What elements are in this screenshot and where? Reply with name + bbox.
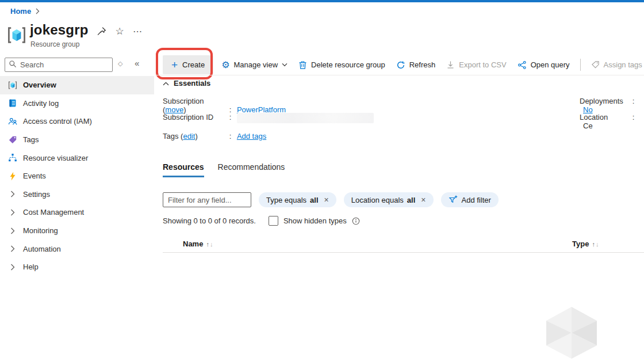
sort-ascending-icon: ↑: [206, 241, 209, 248]
sidebar-item-activity-log[interactable]: Activity log: [0, 94, 154, 113]
refresh-label: Refresh: [409, 60, 436, 69]
sidebar-item-resource-visualizer[interactable]: Resource visualizer: [0, 149, 154, 167]
tab-recommendations[interactable]: Recommendations: [218, 162, 285, 177]
subscription-id-label: Subscription ID: [163, 113, 227, 121]
essentials-location-row: Location : Ce: [580, 113, 644, 130]
chevron-right-icon: [8, 208, 17, 217]
breadcrumb: Home: [10, 7, 40, 16]
tab-bar: Resources Recommendations: [163, 162, 285, 177]
records-summary-row: Showing 0 to 0 of 0 records. Show hidden…: [163, 216, 360, 226]
sidebar-search-input[interactable]: [20, 60, 101, 69]
sort-descending-icon: ↓: [596, 241, 599, 248]
filter-pill-location[interactable]: Location equals all ×: [344, 192, 434, 207]
query-branch-icon: [518, 60, 527, 70]
breadcrumb-home-link[interactable]: Home: [10, 7, 31, 16]
sort-ascending-icon: ↑: [592, 241, 595, 248]
column-label: Type: [572, 240, 589, 248]
location-label: Location: [580, 113, 630, 121]
subscription-id-redacted-value: [237, 113, 374, 123]
sidebar-item-help[interactable]: Help: [0, 258, 154, 276]
filter-pill-type[interactable]: Type equals all ×: [259, 192, 336, 207]
add-tags-link[interactable]: Add tags: [237, 132, 266, 140]
sidebar-item-events[interactable]: Events: [0, 167, 154, 185]
pin-icon[interactable]: [95, 25, 107, 37]
command-bar: + Create ⚙ Manage view Delete resource g…: [163, 55, 644, 74]
sidebar-item-access-control[interactable]: Access control (IAM): [0, 112, 154, 131]
resize-handle-icon[interactable]: ◇: [118, 60, 122, 67]
chevron-right-icon: [8, 263, 17, 272]
essentials-subscription-row: Subscription (move) : PowerPlatform: [163, 97, 286, 114]
table-header-divider: [163, 252, 644, 253]
more-options-icon[interactable]: ⋯: [132, 25, 143, 37]
filter-pill-text: Type equals: [266, 196, 306, 204]
search-icon: [9, 60, 17, 70]
essentials-subscription-id-row: Subscription ID :: [163, 113, 374, 123]
filter-field-input[interactable]: [163, 192, 251, 207]
column-label: Name: [183, 240, 203, 248]
gear-icon: ⚙: [221, 60, 229, 70]
sidebar-item-label: Events: [23, 172, 46, 180]
favorite-star-icon[interactable]: ☆: [114, 25, 125, 37]
sidebar-item-label: Settings: [23, 190, 50, 199]
sidebar-item-settings[interactable]: Settings: [0, 185, 154, 204]
sidebar-search-box[interactable]: [5, 58, 113, 72]
assign-tags-label: Assign tags: [604, 60, 642, 69]
azure-portal-page: Home jokesgrp Resource group ☆ ⋯ ◇ «: [0, 0, 644, 361]
deployments-label: Deployments: [580, 97, 630, 105]
toolbar-divider-line: [155, 75, 644, 75]
manage-view-label: Manage view: [233, 60, 278, 69]
open-query-button[interactable]: Open query: [515, 55, 573, 74]
export-to-csv-button[interactable]: Export to CSV: [443, 55, 509, 74]
sidebar-item-label: Automation: [23, 245, 61, 253]
sidebar-item-label: Monitoring: [23, 226, 58, 235]
toolbar-divider: [580, 59, 581, 71]
refresh-icon: [396, 60, 405, 70]
visualizer-icon: [8, 153, 17, 162]
add-filter-label: Add filter: [462, 196, 491, 204]
sidebar-item-overview[interactable]: Overview: [0, 76, 154, 94]
tag-icon: [8, 135, 17, 145]
trash-icon: [298, 60, 307, 70]
sidebar-item-label: Resource visualizer: [23, 154, 88, 162]
show-hidden-types-label: Show hidden types: [283, 216, 347, 225]
essentials-toggle[interactable]: Essentials: [163, 79, 210, 88]
location-value: Ce: [583, 121, 593, 130]
column-header-type[interactable]: Type ↑ ↓: [572, 240, 599, 248]
chevron-down-icon: [282, 63, 288, 67]
sidebar-item-label: Tags: [23, 135, 39, 144]
plus-icon: +: [171, 59, 178, 70]
add-filter-button[interactable]: Add filter: [441, 192, 499, 207]
create-button[interactable]: + Create: [163, 55, 213, 74]
sidebar-item-cost-management[interactable]: Cost Management: [0, 203, 154, 222]
tags-label: Tags (: [163, 132, 183, 140]
assign-tags-button[interactable]: Assign tags: [588, 55, 644, 74]
sidebar-item-monitoring[interactable]: Monitoring: [0, 222, 154, 240]
close-icon[interactable]: ×: [324, 195, 329, 204]
column-header-name[interactable]: Name ↑ ↓: [183, 240, 213, 248]
create-label: Create: [182, 60, 205, 69]
sidebar-item-label: Help: [23, 263, 39, 271]
manage-view-button[interactable]: ⚙ Manage view: [218, 55, 290, 74]
essentials-deployments-row: Deployments : No: [580, 97, 644, 114]
close-icon[interactable]: ×: [421, 195, 425, 204]
filter-pill-value: all: [310, 196, 318, 204]
sidebar-item-tags[interactable]: Tags: [0, 131, 154, 149]
chevron-right-icon: [8, 226, 17, 235]
top-accent-bar: [0, 0, 644, 2]
sidebar-item-automation[interactable]: Automation: [0, 240, 154, 258]
essentials-label: Essentials: [174, 79, 210, 88]
empty-state-cube-watermark: [546, 306, 597, 359]
page-title: jokesgrp: [30, 22, 89, 38]
export-csv-label: Export to CSV: [459, 60, 506, 69]
show-hidden-types-checkbox[interactable]: [269, 216, 278, 226]
breadcrumb-chevron-icon: [36, 8, 40, 14]
info-icon[interactable]: [352, 217, 360, 225]
tab-resources[interactable]: Resources: [163, 162, 204, 177]
collapse-sidebar-icon[interactable]: «: [135, 58, 139, 68]
tags-edit-link[interactable]: edit: [183, 132, 195, 140]
records-summary: Showing 0 to 0 of 0 records.: [163, 216, 256, 225]
refresh-button[interactable]: Refresh: [393, 55, 439, 74]
delete-resource-group-button[interactable]: Delete resource group: [296, 55, 388, 74]
people-icon: [8, 117, 17, 126]
activity-log-icon: [8, 98, 17, 108]
